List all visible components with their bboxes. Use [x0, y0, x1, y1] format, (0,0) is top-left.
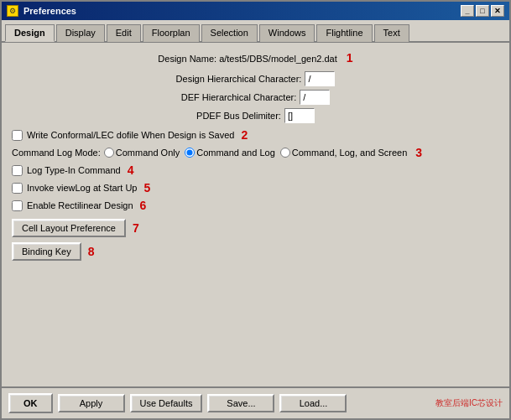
- tab-floorplan[interactable]: Floorplan: [143, 24, 200, 42]
- invoke-viewlog-row: Invoke viewLog at Start Up 5: [12, 181, 499, 194]
- cmd-only-label: Command Only: [104, 148, 180, 158]
- design-name-row: Design Name: a/test5/DBS/model_gen2.dat …: [12, 51, 499, 65]
- binding-key-button[interactable]: Binding Key: [12, 242, 81, 261]
- log-type-checkbox[interactable]: [12, 165, 23, 176]
- enable-rectilinear-row: Enable Rectilinear Design 6: [12, 199, 499, 212]
- save-button[interactable]: Save...: [207, 394, 274, 412]
- write-conformal-checkbox[interactable]: [12, 130, 23, 141]
- minimize-button[interactable]: _: [461, 5, 474, 17]
- tab-selection[interactable]: Selection: [201, 24, 258, 42]
- annotation-3: 3: [415, 146, 422, 159]
- enable-rectilinear-checkbox[interactable]: [12, 200, 23, 211]
- hierarchical-char-label: Design Hierarchical Character:: [176, 74, 302, 84]
- main-window: ⚙ Preferences _ □ ✕ Design Display Edit …: [0, 0, 511, 420]
- log-type-label: Log Type-In Command: [27, 165, 121, 175]
- binding-key-row: Binding Key 8: [12, 242, 499, 261]
- bottom-bar: OK Apply Use Defaults Save... Load... 教室…: [2, 386, 509, 418]
- def-hierarchical-row: DEF Hierarchical Character:: [12, 90, 499, 105]
- invoke-viewlog-label: Invoke viewLog at Start Up: [27, 183, 137, 193]
- annotation-6: 6: [140, 199, 147, 212]
- command-log-label: Command Log Mode:: [12, 148, 101, 158]
- log-type-row: Log Type-In Command 4: [12, 163, 499, 177]
- cmd-log-screen-radio[interactable]: [280, 148, 290, 158]
- content-area: Design Name: a/test5/DBS/model_gen2.dat …: [2, 43, 509, 386]
- annotation-2: 2: [241, 128, 248, 142]
- cmd-only-radio[interactable]: [104, 148, 114, 158]
- write-conformal-label: Write Conformal/LEC dofile When Design i…: [27, 130, 234, 140]
- tabs-bar: Design Display Edit Floorplan Selection …: [2, 20, 509, 43]
- cmd-log-screen-label: Command, Log, and Screen: [280, 148, 408, 158]
- titlebar-buttons: _ □ ✕: [461, 5, 504, 17]
- use-defaults-button[interactable]: Use Defaults: [130, 394, 203, 412]
- hierarchical-char-row: Design Hierarchical Character:: [12, 71, 499, 86]
- annotation-5: 5: [143, 181, 150, 194]
- annotation-1: 1: [347, 51, 353, 65]
- cmd-log-radio[interactable]: [185, 148, 195, 158]
- command-log-row: Command Log Mode: Command Only Command a…: [12, 146, 499, 159]
- watermark: 教室后端IC芯设计: [435, 397, 503, 409]
- titlebar-left: ⚙ Preferences: [7, 5, 76, 17]
- annotation-7: 7: [133, 221, 139, 235]
- window-icon: ⚙: [7, 5, 18, 17]
- write-conformal-row: Write Conformal/LEC dofile When Design i…: [12, 128, 499, 142]
- tab-edit[interactable]: Edit: [107, 24, 141, 42]
- ok-button[interactable]: OK: [8, 393, 53, 413]
- tab-design[interactable]: Design: [5, 24, 55, 42]
- cmd-log-label: Command and Log: [185, 148, 275, 158]
- design-name-value: a/test5/DBS/model_gen2.dat: [219, 54, 337, 64]
- pdef-bus-input[interactable]: [284, 108, 315, 123]
- design-name-label: Design Name:: [158, 54, 216, 64]
- pdef-bus-row: PDEF Bus Delimiter:: [12, 108, 499, 123]
- window-title: Preferences: [23, 6, 76, 16]
- titlebar: ⚙ Preferences _ □ ✕: [2, 2, 509, 20]
- enable-rectilinear-label: Enable Rectilinear Design: [27, 200, 133, 210]
- apply-button[interactable]: Apply: [58, 394, 125, 412]
- def-hierarchical-input[interactable]: [300, 90, 330, 105]
- def-hierarchical-label: DEF Hierarchical Character:: [181, 92, 297, 102]
- annotation-8: 8: [88, 245, 95, 258]
- cell-layout-row: Cell Layout Preference 7: [12, 219, 499, 237]
- load-button[interactable]: Load...: [279, 394, 347, 412]
- tab-windows[interactable]: Windows: [259, 24, 315, 42]
- cell-layout-button[interactable]: Cell Layout Preference: [12, 219, 126, 237]
- maximize-button[interactable]: □: [476, 5, 489, 17]
- tab-text[interactable]: Text: [374, 24, 409, 42]
- invoke-viewlog-checkbox[interactable]: [12, 183, 23, 194]
- tab-flightline[interactable]: Flightline: [316, 24, 372, 42]
- tab-display[interactable]: Display: [56, 24, 105, 42]
- pdef-bus-label: PDEF Bus Delimiter:: [196, 111, 281, 121]
- hierarchical-char-input[interactable]: [305, 71, 335, 86]
- close-button[interactable]: ✕: [491, 5, 504, 17]
- annotation-4: 4: [128, 163, 134, 177]
